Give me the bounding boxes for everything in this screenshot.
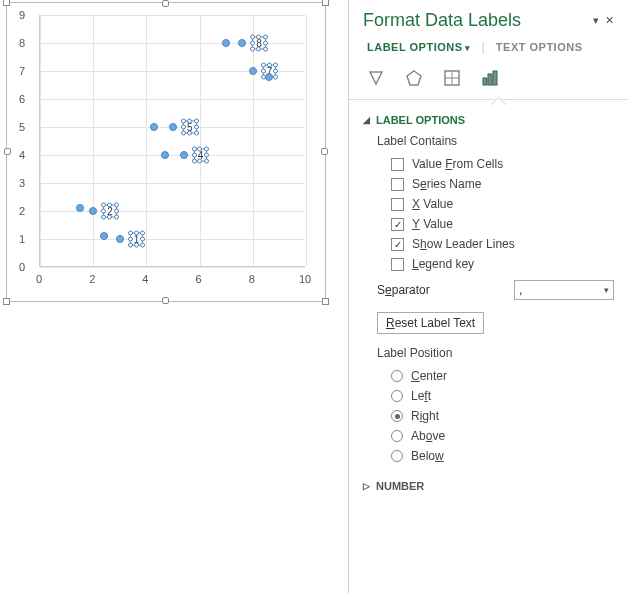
resize-handle[interactable] <box>162 0 169 7</box>
radio-center[interactable]: Center <box>363 366 614 386</box>
resize-handle[interactable] <box>162 297 169 304</box>
svg-rect-4 <box>493 71 497 85</box>
size-properties-icon[interactable] <box>441 67 463 89</box>
data-label[interactable]: 4 <box>194 149 208 162</box>
radio-icon <box>391 430 403 442</box>
fill-line-icon[interactable] <box>365 67 387 89</box>
y-tick: 2 <box>19 205 25 217</box>
data-point[interactable] <box>76 204 84 212</box>
resize-handle[interactable] <box>4 148 11 155</box>
resize-handle[interactable] <box>322 298 329 305</box>
x-tick: 10 <box>299 273 311 285</box>
data-label[interactable]: 8 <box>252 37 266 50</box>
svg-rect-2 <box>483 78 487 85</box>
pane-title: Format Data Labels <box>363 10 521 31</box>
caret-down-icon: ◢ <box>363 115 370 125</box>
format-pane: Format Data Labels ▾ ✕ LABEL OPTIONS▾ | … <box>348 0 628 593</box>
checkbox-icon: ✓ <box>391 238 404 251</box>
data-point[interactable] <box>89 207 97 215</box>
radio-icon <box>391 370 403 382</box>
y-tick: 6 <box>19 93 25 105</box>
caret-right-icon: ▷ <box>363 481 370 491</box>
checkbox-icon <box>391 198 404 211</box>
data-point[interactable] <box>169 123 177 131</box>
x-tick: 0 <box>36 273 42 285</box>
resize-handle[interactable] <box>3 0 10 6</box>
checkbox-legend-key[interactable]: Legend key <box>363 254 614 274</box>
radio-icon <box>391 390 403 402</box>
y-tick: 1 <box>19 233 25 245</box>
section-label-options[interactable]: ◢ LABEL OPTIONS <box>363 110 614 130</box>
data-label[interactable]: 2 <box>103 205 117 218</box>
data-point[interactable] <box>238 39 246 47</box>
effects-icon[interactable] <box>403 67 425 89</box>
y-tick: 5 <box>19 121 25 133</box>
resize-handle[interactable] <box>3 298 10 305</box>
data-point[interactable] <box>222 39 230 47</box>
svg-marker-0 <box>407 71 421 85</box>
checkbox-x-value[interactable]: X Value <box>363 194 614 214</box>
label-position-heading: Label Position <box>363 342 614 366</box>
close-icon[interactable]: ✕ <box>605 14 614 27</box>
data-point[interactable] <box>161 151 169 159</box>
checkbox-icon <box>391 158 404 171</box>
y-tick: 8 <box>19 37 25 49</box>
radio-icon <box>391 410 403 422</box>
data-label[interactable]: 5 <box>183 121 197 134</box>
y-tick: 9 <box>19 9 25 21</box>
checkbox-leader-lines[interactable]: ✓ Show Leader Lines <box>363 234 614 254</box>
data-label[interactable]: 1 <box>130 233 144 246</box>
radio-left[interactable]: Left <box>363 386 614 406</box>
y-tick: 7 <box>19 65 25 77</box>
label-contains-heading: Label Contains <box>363 130 614 154</box>
checkbox-value-from-cells[interactable]: Value From Cells <box>363 154 614 174</box>
checkbox-icon <box>391 258 404 271</box>
data-point[interactable] <box>249 67 257 75</box>
radio-right[interactable]: Right <box>363 406 614 426</box>
data-point[interactable] <box>265 73 273 81</box>
resize-handle[interactable] <box>322 0 329 6</box>
svg-rect-3 <box>488 74 492 85</box>
resize-handle[interactable] <box>321 148 328 155</box>
separator-dropdown[interactable]: , ▾ <box>514 280 614 300</box>
x-tick: 8 <box>249 273 255 285</box>
x-tick: 4 <box>142 273 148 285</box>
plot-area[interactable]: 215487 <box>39 15 305 267</box>
checkbox-icon: ✓ <box>391 218 404 231</box>
tab-text-options[interactable]: TEXT OPTIONS <box>492 39 587 55</box>
checkbox-series-name[interactable]: Series Name <box>363 174 614 194</box>
pane-menu-icon[interactable]: ▾ <box>593 14 599 27</box>
data-point[interactable] <box>150 123 158 131</box>
separator-label: Separator <box>377 283 430 297</box>
checkbox-y-value[interactable]: ✓ Y Value <box>363 214 614 234</box>
checkbox-icon <box>391 178 404 191</box>
data-point[interactable] <box>100 232 108 240</box>
section-number[interactable]: ▷ NUMBER <box>363 476 614 496</box>
x-tick: 2 <box>89 273 95 285</box>
y-tick: 3 <box>19 177 25 189</box>
data-point[interactable] <box>116 235 124 243</box>
reset-label-text-button[interactable]: Reset Label Text <box>377 312 484 334</box>
chevron-down-icon: ▾ <box>604 285 609 295</box>
y-tick: 4 <box>19 149 25 161</box>
data-point[interactable] <box>180 151 188 159</box>
y-tick: 0 <box>19 261 25 273</box>
radio-below[interactable]: Below <box>363 446 614 466</box>
radio-above[interactable]: Above <box>363 426 614 446</box>
label-options-icon[interactable] <box>479 67 501 89</box>
tab-label-options[interactable]: LABEL OPTIONS▾ <box>363 39 474 55</box>
chart-object[interactable]: 215487 01234567890246810 <box>6 2 326 302</box>
x-tick: 6 <box>196 273 202 285</box>
radio-icon <box>391 450 403 462</box>
